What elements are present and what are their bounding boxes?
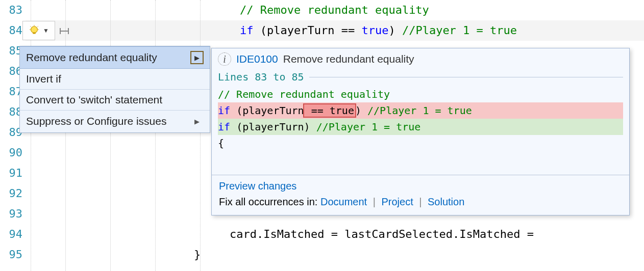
line-number: 84 xyxy=(0,20,26,41)
line-number: 92 xyxy=(0,183,26,204)
quick-action-label: Convert to 'switch' statement xyxy=(26,94,162,106)
code-fold-marker[interactable] xyxy=(60,31,69,32)
lightbulb-icon xyxy=(29,25,40,36)
preview-changes-link[interactable]: Preview changes xyxy=(219,180,296,192)
fix-scope-solution[interactable]: Solution xyxy=(428,196,464,207)
code-text: ) xyxy=(388,24,402,37)
svg-line-6 xyxy=(37,26,38,26)
quick-action-label: Remove redundant equality xyxy=(26,51,157,64)
quick-actions-menu: Remove redundant equality▶Invert ifConve… xyxy=(19,46,210,133)
keyword-true: true xyxy=(361,24,388,37)
chevron-down-icon: ▼ xyxy=(43,27,49,34)
line-number: 93 xyxy=(0,204,26,224)
diff-removed-line: ifif (playerTurn (playerTurn == true) ) … xyxy=(218,102,623,119)
code-text: card.IsMatched = lastCardSelected.IsMatc… xyxy=(230,228,534,240)
lightbulb-quick-actions-button[interactable]: ▼ xyxy=(22,21,55,40)
fix-preview-panel: i IDE0100 Remove redundant equality Line… xyxy=(211,48,630,215)
separator: | xyxy=(370,196,379,207)
diff-context-line: { xyxy=(218,135,623,151)
code-line-95: } xyxy=(56,245,644,265)
svg-line-5 xyxy=(30,26,31,26)
rule-title: Remove redundant equality xyxy=(283,53,414,65)
code-text: } xyxy=(194,248,201,261)
chevron-right-icon: ▶ xyxy=(190,115,204,128)
divider xyxy=(309,77,623,77)
preview-header: i IDE0100 Remove redundant equality xyxy=(212,48,629,70)
lines-range-label: Lines 83 to 85 xyxy=(218,71,304,83)
comment-text: // Remove redundant equality xyxy=(240,4,429,16)
quick-action-item[interactable]: Suppress or Configure issues▶ xyxy=(20,111,210,132)
diff-added-line: if (playerTurn) //Player 1 = true xyxy=(218,119,623,135)
line-number: 94 xyxy=(0,224,26,245)
line-number: 90 xyxy=(0,143,26,163)
preview-footer: Preview changes Fix all occurrences in: … xyxy=(212,175,629,215)
line-number: 95 xyxy=(0,245,26,265)
keyword-if: if xyxy=(240,24,254,37)
code-line-83: // Remove redundant equality xyxy=(56,0,644,20)
fix-all-label: Fix all occurrences in: xyxy=(219,196,320,207)
quick-action-label: Invert if xyxy=(26,73,61,85)
code-line-84: if (playerTurn == true) //Player 1 = tru… xyxy=(56,20,644,41)
info-icon: i xyxy=(218,52,231,66)
quick-action-item[interactable]: Convert to 'switch' statement xyxy=(20,90,210,111)
line-number: 83 xyxy=(0,0,26,20)
svg-point-0 xyxy=(31,26,38,33)
preview-lines-row: Lines 83 to 85 xyxy=(212,70,629,86)
code-text: (playerTurn == xyxy=(254,24,362,37)
diff-context-line: // Remove redundant equality xyxy=(218,86,623,102)
comment-text: //Player 1 = true xyxy=(402,24,517,37)
quick-action-item[interactable]: Remove redundant equality▶ xyxy=(20,46,210,69)
fix-scope-project[interactable]: Project xyxy=(381,196,413,207)
diff-block: // Remove redundant equality ifif (playe… xyxy=(212,86,629,151)
svg-rect-1 xyxy=(33,33,36,34)
indent-guides xyxy=(26,0,56,271)
code-editor: 83848586878889909192939495 // Remove red… xyxy=(0,0,644,271)
line-number: 91 xyxy=(0,163,26,183)
quick-action-item[interactable]: Invert if xyxy=(20,69,210,90)
line-number-gutter: 83848586878889909192939495 xyxy=(0,0,26,271)
rule-id-link[interactable]: IDE0100 xyxy=(236,53,278,65)
quick-action-label: Suppress or Configure issues xyxy=(26,115,166,127)
separator: | xyxy=(416,196,425,207)
fix-scope-document[interactable]: Document xyxy=(320,196,367,207)
code-line-94: card.IsMatched = lastCardSelected.IsMatc… xyxy=(56,224,644,245)
chevron-right-icon: ▶ xyxy=(190,51,204,64)
